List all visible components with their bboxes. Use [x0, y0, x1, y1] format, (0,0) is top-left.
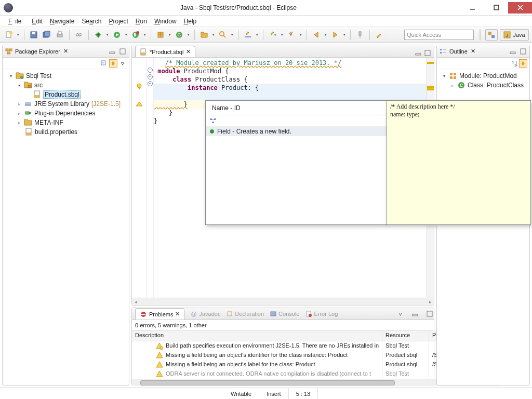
run-ext-button[interactable] [130, 29, 141, 41]
save-button[interactable] [28, 29, 39, 41]
toggle-mark-button[interactable] [242, 29, 254, 41]
forward-dropdown[interactable]: ▾ [342, 33, 347, 37]
link-editor-icon[interactable] [109, 59, 117, 68]
problems-maximize-icon[interactable] [425, 310, 434, 318]
outline-minimize-icon[interactable] [509, 47, 517, 56]
editor-maximize-icon[interactable] [423, 49, 432, 57]
open-type-button[interactable] [198, 29, 210, 41]
menu-search[interactable]: Search [78, 17, 104, 26]
pin-button[interactable] [354, 29, 366, 41]
sort-icon[interactable]: az [510, 59, 518, 68]
view-menu-icon[interactable]: ▿ [118, 59, 127, 68]
search-button[interactable] [217, 29, 229, 41]
collapse-all-icon[interactable] [100, 59, 108, 68]
package-explorer-close[interactable]: ✕ [63, 48, 68, 55]
editor-fold-column[interactable]: − − − [147, 58, 154, 298]
console-icon [270, 311, 276, 317]
minimize-button[interactable] [460, 2, 484, 14]
outline-link-icon[interactable] [519, 59, 527, 68]
new-class-button[interactable]: C [174, 29, 185, 41]
outline-close[interactable]: ✕ [471, 48, 475, 55]
tab-javadoc[interactable]: @Javadoc [191, 311, 220, 317]
scroll-right-icon[interactable]: ▸ [427, 299, 434, 305]
content-assist-item[interactable]: Field - Creates a new field. [206, 127, 387, 136]
editor-hscrollbar[interactable]: ◂ ▸ [132, 298, 434, 305]
maximize-button[interactable] [484, 2, 508, 14]
prev-annot-dropdown[interactable]: ▾ [280, 33, 284, 37]
run-ext-dropdown[interactable]: ▾ [143, 33, 147, 37]
menu-run[interactable]: Run [132, 17, 150, 26]
tab-problems[interactable]: Problems ✕ [135, 308, 184, 320]
menu-navigate[interactable]: Navigate [47, 17, 77, 26]
package-explorer-tree[interactable]: ▾Sbql Test ▾src Product.sbql ▹JRE System… [3, 69, 129, 139]
debug-dropdown[interactable]: ▾ [105, 33, 110, 37]
fold-icon[interactable]: − [148, 81, 153, 86]
open-type-dropdown[interactable]: ▾ [211, 33, 216, 37]
svg-rect-7 [32, 32, 35, 34]
new-package-button[interactable] [155, 29, 166, 41]
open-perspective-button[interactable] [485, 29, 498, 41]
save-all-button[interactable] [41, 29, 52, 41]
editor-tab-active[interactable]: *Product.sbql ✕ [135, 46, 195, 57]
menu-help[interactable]: Help [181, 17, 200, 26]
svg-rect-60 [141, 52, 145, 55]
run-button[interactable] [111, 29, 123, 41]
menu-edit[interactable]: Edit [29, 17, 46, 26]
svg-marker-30 [274, 34, 276, 36]
back-button[interactable] [311, 29, 322, 41]
problems-view-menu-icon[interactable]: ▿ [396, 310, 405, 318]
next-annot-dropdown[interactable]: ▾ [299, 33, 303, 37]
scroll-left-icon[interactable]: ◂ [132, 299, 139, 305]
problems-minimize-icon[interactable] [411, 310, 419, 318]
menu-file[interactable]: File [5, 17, 28, 26]
print-button[interactable] [54, 29, 65, 41]
run-dropdown[interactable]: ▾ [124, 33, 128, 37]
svg-rect-34 [359, 32, 361, 35]
new-button[interactable] [3, 29, 15, 41]
problems-col-resource[interactable]: Resource [382, 331, 429, 341]
quick-access-input[interactable]: Quick Access [404, 30, 474, 40]
outline-maximize-icon[interactable] [519, 47, 527, 56]
problems-close[interactable]: ✕ [175, 311, 180, 317]
menu-project[interactable]: Project [105, 17, 131, 26]
tab-errorlog[interactable]: Error Log [305, 311, 338, 317]
outline-tree[interactable]: ▾Module: ProductMod ▹CClass: ProductClas… [437, 69, 529, 92]
fold-icon[interactable]: − [148, 68, 153, 73]
new-class-dropdown[interactable]: ▾ [187, 33, 191, 37]
svg-rect-62 [425, 50, 430, 56]
back-dropdown[interactable]: ▾ [324, 33, 328, 37]
problems-col-description[interactable]: Description [132, 331, 382, 341]
tab-console[interactable]: Console [270, 311, 299, 317]
perspective-java[interactable]: JJava [500, 29, 529, 41]
search-dropdown[interactable]: ▾ [230, 33, 234, 37]
next-annot-button[interactable] [286, 29, 297, 41]
forward-button[interactable] [329, 29, 341, 41]
editor-tab-close[interactable]: ✕ [186, 48, 191, 55]
close-button[interactable] [508, 2, 532, 14]
svg-point-76 [160, 347, 163, 350]
outline-icon [439, 47, 447, 56]
content-assist-popup[interactable]: Name - ID Field - Creates a new field. [205, 100, 387, 225]
content-assist-tree-icon[interactable] [209, 117, 217, 125]
sbql-file-icon [33, 90, 41, 99]
toggle-mark-dropdown[interactable]: ▾ [255, 33, 259, 37]
editor-minimize-icon[interactable] [414, 49, 422, 57]
new-dropdown[interactable]: ▾ [16, 33, 20, 37]
warning-marker-icon[interactable] [136, 101, 143, 107]
editor-ruler[interactable] [132, 58, 147, 298]
new-package-dropdown[interactable]: ▾ [168, 33, 172, 37]
debug-button[interactable] [92, 29, 104, 41]
fold-icon[interactable]: − [148, 74, 153, 79]
svg-rect-101 [212, 122, 214, 123]
quickfix-icon[interactable] [136, 83, 143, 90]
menu-window[interactable]: Window [151, 17, 180, 26]
svg-rect-44 [120, 49, 125, 54]
svg-marker-77 [156, 352, 163, 358]
maximize-view-icon[interactable] [118, 47, 127, 56]
tab-declaration[interactable]: Declaration [227, 311, 264, 317]
link-button[interactable] [73, 29, 85, 41]
problems-table[interactable]: Description Resource Path L Build path s… [132, 330, 434, 386]
prev-annot-button[interactable] [267, 29, 278, 41]
brush-button[interactable] [374, 29, 385, 41]
minimize-view-icon[interactable] [108, 47, 116, 56]
